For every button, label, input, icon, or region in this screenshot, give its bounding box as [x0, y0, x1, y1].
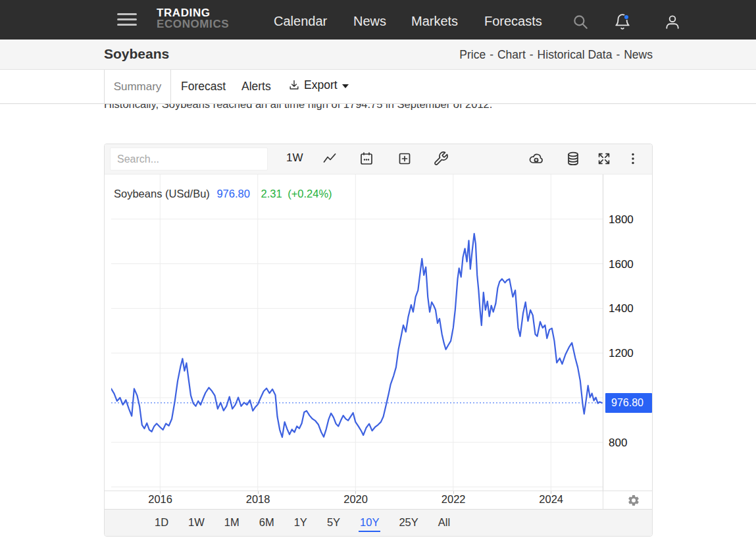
instrument-header: Soybeans Price-Chart-Historical Data-New… — [0, 40, 756, 70]
tab-alerts[interactable]: Alerts — [241, 80, 271, 93]
tools-wrench-icon[interactable] — [433, 151, 449, 167]
brand-logo[interactable]: TRADING ECONOMICS — [157, 7, 229, 30]
interval-selector[interactable]: 1W — [286, 151, 303, 165]
download-cloud-icon[interactable] — [528, 151, 544, 167]
account-icon[interactable] — [664, 13, 681, 30]
nav-forecasts[interactable]: Forecasts — [484, 14, 542, 29]
page-title: Soybeans — [104, 46, 169, 62]
x-axis-tick — [551, 491, 551, 494]
tab-summary[interactable]: Summary — [104, 70, 171, 104]
more-options-icon[interactable] — [625, 151, 641, 167]
link-chart[interactable]: Chart — [497, 48, 526, 61]
periodicity-calendar-icon[interactable] — [359, 151, 374, 167]
range-1y[interactable]: 1Y — [293, 514, 309, 532]
nav-calendar[interactable]: Calendar — [274, 14, 327, 29]
separator: - — [526, 48, 538, 61]
price-series-line — [111, 234, 602, 437]
range-25y[interactable]: 25Y — [397, 514, 419, 532]
y-axis-label: 800 — [609, 437, 627, 450]
top-navbar: TRADING ECONOMICS Calendar News Markets … — [0, 0, 756, 40]
chart-legend: Soybeans (USd/Bu) 976.80 2.31 (+0.24%) — [114, 188, 332, 200]
x-axis-label: 2018 — [246, 493, 270, 506]
download-icon — [288, 79, 301, 92]
chart-toolbar: 1W — [105, 144, 652, 174]
chart-plot-area[interactable]: 18001600140012001000800 Soybeans (USd/Bu… — [105, 174, 652, 491]
x-axis: 20162018202020222024 — [105, 491, 652, 509]
breadcrumb: Price-Chart-Historical Data-News — [459, 48, 653, 62]
tab-forecast[interactable]: Forecast — [181, 80, 226, 93]
price-line-chart — [111, 174, 603, 491]
x-axis-label: 2024 — [539, 493, 563, 506]
x-axis-tick — [355, 491, 356, 494]
chart-card: 1W — [104, 144, 653, 537]
nav-markets[interactable]: Markets — [411, 14, 458, 29]
axis-corner-line — [603, 491, 603, 510]
page: TRADING ECONOMICS Calendar News Markets … — [0, 0, 756, 559]
export-button[interactable]: Export — [288, 78, 349, 92]
separator: - — [486, 48, 497, 61]
x-axis-tick — [453, 491, 454, 494]
x-axis-label: 2022 — [441, 493, 466, 506]
y-axis-label: 1600 — [609, 258, 634, 271]
legend-title: Soybeans (USd/Bu) — [114, 188, 210, 200]
menu-icon[interactable] — [117, 13, 137, 26]
fullscreen-icon[interactable] — [596, 151, 612, 167]
y-axis-label: 1200 — [609, 347, 634, 360]
link-price[interactable]: Price — [459, 48, 486, 61]
range-10y[interactable]: 10Y — [359, 514, 380, 532]
x-axis-label: 2016 — [148, 493, 172, 506]
settings-gear-icon[interactable] — [627, 494, 640, 507]
current-price-badge: 976.80 — [605, 393, 652, 413]
y-axis-label: 1400 — [609, 302, 634, 315]
link-news[interactable]: News — [624, 48, 653, 61]
range-selector: 1D 1W 1M 6M 1Y 5Y 10Y 25Y All — [105, 509, 652, 536]
range-1w[interactable]: 1W — [187, 514, 206, 532]
notifications-icon[interactable] — [614, 13, 631, 30]
range-all[interactable]: All — [437, 514, 451, 532]
search-input[interactable] — [110, 147, 268, 171]
tab-bar: Summary Forecast Alerts Export — [0, 70, 756, 104]
export-label: Export — [304, 78, 338, 92]
legend-change: 2.31 — [261, 188, 282, 200]
link-historical-data[interactable]: Historical Data — [538, 48, 613, 61]
chevron-down-icon — [342, 84, 349, 88]
range-5y[interactable]: 5Y — [326, 514, 341, 532]
brand-line2: ECONOMICS — [157, 18, 229, 30]
x-axis-tick — [258, 491, 259, 494]
legend-change-pct: (+0.24%) — [288, 188, 332, 200]
search-icon[interactable] — [572, 13, 589, 30]
range-1d[interactable]: 1D — [153, 514, 170, 532]
y-axis-line — [603, 174, 603, 491]
nav-news[interactable]: News — [353, 14, 386, 29]
range-6m[interactable]: 6M — [258, 514, 276, 532]
line-style-icon[interactable] — [322, 151, 338, 167]
x-axis-tick — [160, 491, 161, 494]
compare-add-icon[interactable] — [397, 151, 413, 167]
x-axis-label: 2020 — [343, 493, 368, 506]
y-axis-label: 1800 — [609, 213, 634, 226]
legend-price: 976.80 — [216, 188, 249, 200]
data-source-icon[interactable] — [565, 151, 581, 167]
separator: - — [612, 48, 624, 61]
range-1m[interactable]: 1M — [223, 514, 241, 532]
